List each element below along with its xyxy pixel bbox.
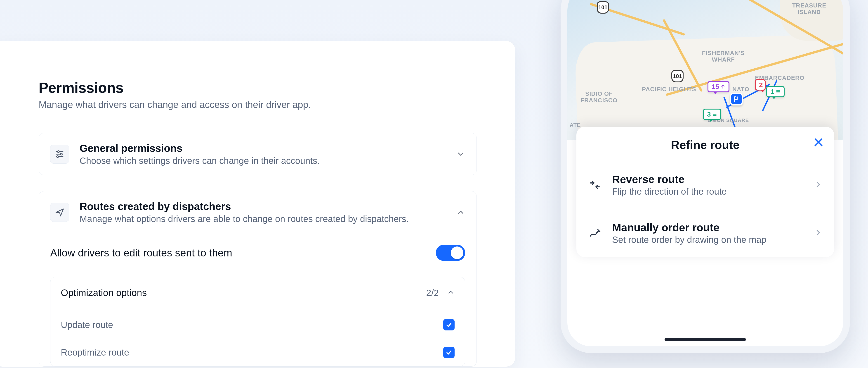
option-subtitle: Set route order by drawing on the map bbox=[612, 235, 804, 245]
sheet-title: Refine route bbox=[585, 138, 825, 152]
allow-edit-switch[interactable] bbox=[436, 245, 465, 261]
chevron-up-icon bbox=[447, 288, 455, 298]
optimization-options-header[interactable]: Optimization options 2/2 bbox=[61, 287, 455, 298]
reverse-icon bbox=[588, 178, 602, 192]
map-stop-pin-2[interactable]: 2 bbox=[755, 79, 766, 90]
options-counter: 2/2 bbox=[426, 288, 439, 298]
option-subtitle: Flip the direction of the route bbox=[612, 187, 804, 197]
permissions-panel: Permissions Manage what drivers can chan… bbox=[0, 41, 515, 367]
draw-route-icon bbox=[588, 226, 602, 240]
optimization-options-panel: Optimization options 2/2 Update route bbox=[50, 277, 465, 366]
svg-point-3 bbox=[60, 153, 62, 155]
accordion-subtitle: Manage what options drivers are able to … bbox=[80, 214, 446, 224]
checkbox-checked[interactable] bbox=[443, 319, 455, 331]
map-label: SIDIO OF FRANCISCO bbox=[572, 90, 626, 104]
option-title: Reverse route bbox=[612, 173, 804, 186]
accordion-header[interactable]: Routes created by dispatchers Manage wha… bbox=[39, 191, 476, 233]
option-label: Reoptimize route bbox=[61, 347, 129, 358]
panel-title: Optimization options bbox=[61, 287, 147, 298]
page-subtitle: Manage what drivers can change and acces… bbox=[39, 100, 477, 110]
accordion-subtitle: Choose which settings drivers can change… bbox=[80, 156, 446, 166]
accordion-title: General permissions bbox=[80, 142, 446, 154]
toggle-label: Allow drivers to edit routes sent to the… bbox=[50, 247, 232, 259]
phone-mockup: 101 101 TREASURE ISLAND FISHERMAN'S WHAR… bbox=[561, 0, 850, 353]
chevron-up-icon bbox=[456, 208, 465, 217]
map-stop-pin-15[interactable]: 15 bbox=[708, 81, 730, 92]
map-label: TREASURE ISLAND bbox=[786, 2, 832, 15]
road-shield-101: 101 bbox=[597, 1, 609, 13]
sheet-option-manual-order[interactable]: Manually order route Set route order by … bbox=[577, 209, 834, 257]
map-label: FISHERMAN'S WHARF bbox=[694, 50, 753, 63]
page-title: Permissions bbox=[39, 80, 477, 96]
send-icon bbox=[50, 203, 69, 222]
map-view[interactable]: 101 101 TREASURE ISLAND FISHERMAN'S WHAR… bbox=[567, 0, 843, 140]
accordion-dispatcher-routes: Routes created by dispatchers Manage wha… bbox=[39, 191, 477, 367]
svg-point-1 bbox=[57, 150, 59, 152]
sheet-option-reverse-route[interactable]: Reverse route Flip the direction of the … bbox=[577, 161, 834, 209]
refine-route-sheet: Refine route Reverse route Flip the dire… bbox=[577, 127, 834, 257]
option-reoptimize-route[interactable]: Reoptimize route bbox=[61, 339, 455, 366]
map-label: PACIFIC HEIGHTS bbox=[642, 86, 696, 92]
sliders-icon bbox=[50, 145, 69, 164]
chevron-right-icon bbox=[814, 228, 823, 238]
option-title: Manually order route bbox=[612, 221, 804, 234]
option-update-route[interactable]: Update route bbox=[61, 311, 455, 339]
map-label: NATO bbox=[733, 86, 749, 92]
map-stop-pin-3[interactable]: 3 bbox=[703, 109, 721, 120]
home-indicator[interactable] bbox=[664, 338, 746, 341]
accordion-general-permissions[interactable]: General permissions Choose which setting… bbox=[39, 133, 477, 175]
accordion-title: Routes created by dispatchers bbox=[80, 200, 446, 213]
chevron-right-icon bbox=[814, 180, 823, 190]
map-stop-pin-1[interactable]: 1 bbox=[766, 86, 784, 97]
option-label: Update route bbox=[61, 320, 113, 330]
map-current-location-pin[interactable] bbox=[730, 93, 743, 106]
svg-point-5 bbox=[57, 155, 59, 157]
close-icon[interactable] bbox=[813, 137, 824, 149]
chevron-down-icon bbox=[456, 150, 465, 159]
road-shield-101: 101 bbox=[671, 70, 684, 82]
allow-edit-toggle-row: Allow drivers to edit routes sent to the… bbox=[50, 245, 465, 261]
checkbox-checked[interactable] bbox=[443, 347, 455, 358]
